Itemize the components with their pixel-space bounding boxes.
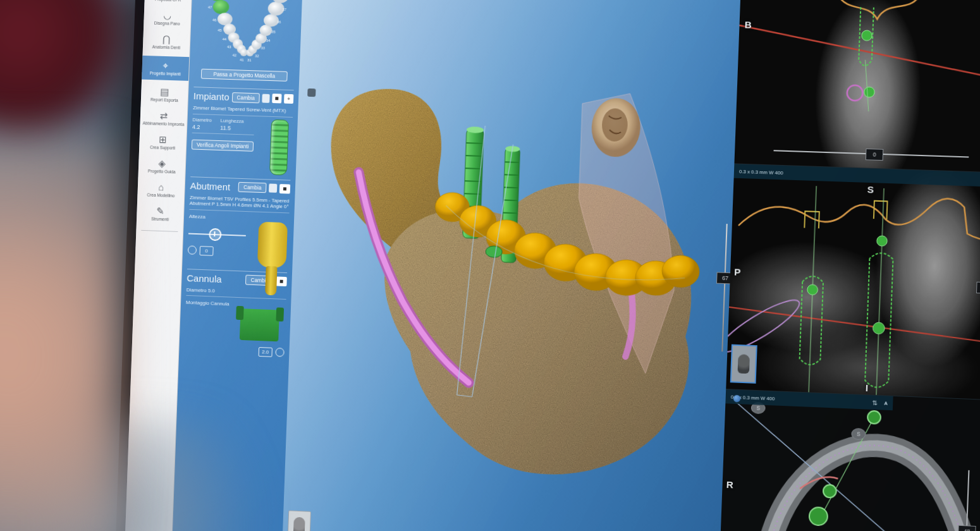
verifica-angoli-button[interactable]: Verifica Angoli Impianti (192, 139, 254, 151)
photo-background: ◠ Proposta CPR ◡ Disegna Pano ⋂ Anatomia… (0, 0, 980, 531)
sidebar-item-strumenti[interactable]: ✎ Strumenti (137, 201, 184, 226)
tooth[interactable] (212, 0, 229, 14)
impianto-swatch-button[interactable] (272, 94, 282, 103)
sidebar-item-label: Disegna Pano (154, 21, 180, 26)
sidebar-item-progetto-guida[interactable]: ◈ Progetto Guida (138, 154, 185, 179)
viewport-3d[interactable]: 67 (282, 0, 741, 531)
viewport-handle[interactable] (307, 88, 315, 97)
lunghezza-label: Lunghezza (221, 118, 244, 124)
slice-line-red[interactable] (728, 307, 980, 345)
head-silhouette-icon (738, 354, 750, 374)
impianto-cambia-button[interactable]: Cambia (231, 92, 260, 103)
ct-mid-header-text: 0.3 x 0.3 mm W 400 (739, 168, 783, 175)
implant-point[interactable] (807, 284, 818, 295)
implant-apex-point[interactable] (864, 87, 874, 97)
sidebar-item-report-esporta[interactable]: ▤ Report Esporta (141, 82, 188, 107)
sidebar-item-label: Report Esporta (150, 97, 178, 102)
switch-arch-button[interactable]: Passa a Progetto Mascella (201, 69, 288, 82)
abutment-toggle[interactable] (188, 245, 197, 254)
model-icon: ⌂ (158, 182, 164, 192)
sidebar-item-label: Progetto Impianti (150, 71, 181, 76)
monitor: ◠ Proposta CPR ◡ Disegna Pano ⋂ Anatomia… (115, 0, 980, 531)
supports-icon: ⊞ (159, 135, 167, 144)
svg-text:32: 32 (255, 54, 259, 58)
orientation-label-r: R (726, 479, 733, 491)
svg-text:42: 42 (232, 53, 236, 57)
cannula-offset-value[interactable]: 2.0 (259, 347, 273, 357)
implant-circle[interactable] (867, 411, 881, 424)
swatch-dot-icon (275, 97, 278, 100)
sidebar-item-progetto-impianti[interactable]: ⌖ Progetto Impianti (142, 56, 189, 81)
blurred-head-foreground (0, 0, 130, 145)
orientation-label-p: P (734, 266, 741, 278)
ct-mid-slider-knob[interactable]: 121 (976, 282, 980, 294)
guide-icon: ◈ (158, 159, 166, 168)
svg-text:46: 46 (212, 18, 217, 22)
bone-contour-orange (837, 0, 919, 20)
implant-point[interactable] (861, 30, 872, 41)
impianto-lock-button[interactable]: ⌖ (284, 94, 294, 104)
tooth-icon: ⋂ (162, 34, 171, 44)
ct-axial-view[interactable]: 0.3 x 0.3 mm W 400 ⇅ A (720, 389, 980, 531)
ct-views-column: B 67 0 0.3 x 0.3 mm W 400 (720, 0, 980, 531)
diametro-value: 4.2 (192, 123, 212, 130)
report-icon: ▤ (160, 87, 169, 96)
crown-outlines-yellow (804, 198, 887, 231)
cannula-swatch-button[interactable] (276, 276, 286, 286)
pen-icon: ✎ (156, 206, 164, 216)
crest-contour-orange (738, 192, 980, 241)
orientation-label-b: B (744, 19, 752, 30)
orientation-head-thumbnail[interactable] (287, 510, 311, 531)
abutment-color-box[interactable] (269, 183, 277, 192)
implant-circle[interactable] (823, 484, 836, 497)
abutment-slider[interactable] (188, 233, 246, 236)
svg-text:31: 31 (247, 58, 252, 62)
svg-text:35: 35 (271, 30, 276, 34)
ct-cross-section-view[interactable]: B 67 0 (734, 0, 980, 173)
swatch-dot-icon (283, 187, 286, 190)
abutment-cambia-button[interactable]: Cambia (238, 182, 267, 193)
impianto-color-box[interactable] (262, 94, 269, 102)
impianto-description: Zimmer Biomet Tapered Screw-Vent (MTX) (193, 105, 293, 114)
sidebar-item-crea-modellino[interactable]: ⌂ Crea Modellino (137, 177, 185, 202)
head-silhouette-icon (293, 517, 305, 531)
lunghezza-value: 11.5 (220, 125, 243, 131)
diametro-label: Diametro (192, 116, 212, 123)
svg-text:41: 41 (240, 58, 244, 62)
abutment-stepper-value[interactable]: 0 (200, 246, 214, 256)
sidebar-item-label: Strumenti (151, 217, 169, 222)
ct-top-hslider-knob[interactable]: 0 (866, 149, 883, 161)
svg-text:33: 33 (260, 46, 266, 50)
cannula-toggle[interactable] (275, 348, 284, 357)
sidebar-item-crea-supporti[interactable]: ⊞ Crea Supporti (139, 130, 187, 155)
tooth[interactable] (217, 13, 233, 26)
implant-point[interactable] (876, 236, 887, 247)
implant-circle[interactable] (809, 507, 828, 526)
abutment-title: Abutment (190, 180, 230, 192)
sidebar-item-label: Proposta CPR (155, 0, 181, 2)
implant-point[interactable] (873, 322, 885, 334)
svg-text:44: 44 (223, 37, 227, 41)
sidebar-separator (141, 230, 178, 232)
abutment-thumbnail-icon (257, 221, 288, 267)
svg-text:37: 37 (282, 8, 287, 11)
nerve-marker-pink (847, 85, 863, 101)
sidebar-item-anatomia-denti[interactable]: ⋂ Anatomia Denti (143, 29, 190, 54)
divider (189, 209, 289, 213)
abutment-slider-knob[interactable] (209, 228, 221, 241)
impianto-section: Impianto Cambia ⌖ Zimmer Biomet Tapered … (191, 87, 294, 175)
orientation-label-i: I (866, 382, 869, 393)
ct-panoramic-view[interactable]: 0.3 x 0.3 mm W 400 S P (726, 164, 980, 401)
abutment-description: Zimmer Biomet TSV Profiles 5.5mm - Taper… (190, 194, 290, 210)
match-icon: ⇄ (159, 111, 168, 120)
ct-bot-slider-knob[interactable]: 48 (958, 525, 976, 531)
svg-text:47: 47 (208, 5, 212, 9)
implant-axis (864, 60, 871, 111)
orientation-head-thumbnail[interactable] (730, 345, 757, 384)
sidebar-item-disegna-pano[interactable]: ◡ Disegna Pano (144, 6, 191, 31)
tools-panel: 48 47 46 45 44 43 42 41 31 32 33 34 35 3… (172, 0, 303, 531)
abutment-swatch-button[interactable] (279, 184, 290, 194)
updown-arrow-icon: ⇅ (872, 399, 878, 406)
sidebar-item-abbinamento-impronta[interactable]: ⇄ Abbinamento Impronta (140, 106, 187, 131)
impianto-title: Impianto (193, 90, 230, 102)
